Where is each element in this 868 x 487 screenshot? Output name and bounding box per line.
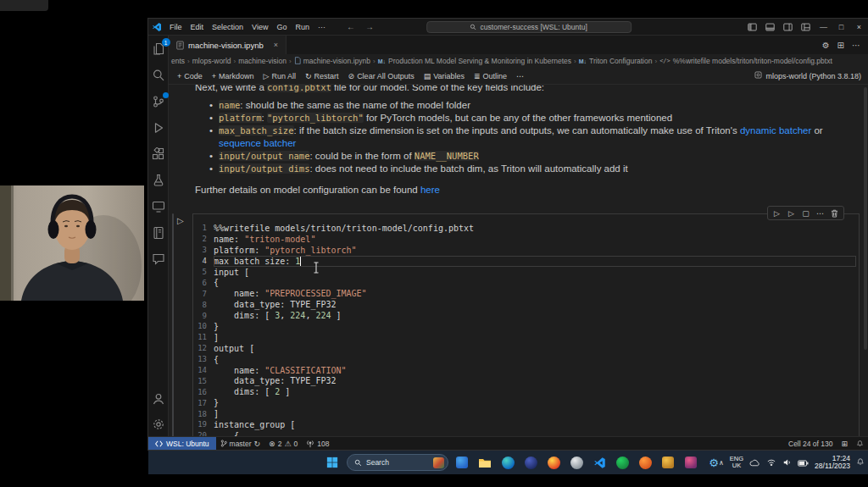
taskbar-spotify-icon[interactable] (613, 453, 632, 472)
notebook-settings-gear-icon[interactable]: ⚙ (822, 41, 830, 50)
warning-count: 0 (293, 440, 298, 448)
code-text: data_type: TYPE_FP32 (214, 300, 337, 309)
battery-icon[interactable] (798, 455, 809, 470)
menu-go[interactable]: Go (272, 21, 291, 33)
clock[interactable]: 17:24 28/11/2023 (815, 455, 850, 471)
layout-indicator-icon[interactable]: ⊞ (837, 440, 852, 448)
taskbar-firefox-icon[interactable] (544, 453, 563, 472)
activitybar-account-icon[interactable] (151, 391, 166, 407)
line-number: 10 (193, 322, 214, 330)
md-link[interactable]: dynamic batcher (740, 125, 811, 136)
taskbar-task-view-icon[interactable] (453, 453, 471, 472)
cell-editor[interactable]: 1%%writefile models/triton/triton-model/… (192, 213, 860, 436)
activitybar-source-control-icon[interactable] (151, 94, 166, 109)
taskbar-edge-icon[interactable] (498, 453, 517, 472)
taskbar-notifications-bell-icon[interactable] (856, 455, 865, 470)
maximize-button[interactable]: □ (832, 19, 850, 36)
breadcrumb-item[interactable]: ents (171, 57, 185, 65)
cell-position-indicator[interactable]: Cell 24 of 130 (784, 440, 837, 448)
branch-item[interactable]: master ↻ (216, 440, 265, 448)
run-all-button[interactable]: ▷Run All (264, 72, 296, 80)
activitybar-settings-icon[interactable] (151, 417, 166, 432)
execute-cell-and-below-icon[interactable]: ▷ (784, 207, 798, 219)
customize-layout-icon[interactable] (797, 19, 815, 36)
scrollbar-thumb[interactable] (864, 87, 867, 350)
activitybar-explorer-icon[interactable]: 1 (151, 42, 166, 57)
remote-indicator[interactable]: WSL: Ubuntu (148, 437, 216, 450)
menu-edit[interactable]: Edit (186, 21, 209, 33)
status-bar: WSL: Ubuntu master ↻ ⊗ 2 ⚠ 0 108 Cell 24… (148, 436, 868, 450)
taskbar-search-icon (354, 459, 362, 467)
start-button[interactable] (322, 452, 342, 473)
mouse-text-cursor (313, 262, 320, 277)
activitybar-notebook-icon[interactable] (151, 225, 166, 241)
add-markdown-button[interactable]: +Markdown (212, 72, 254, 80)
menu-file[interactable]: File (165, 21, 186, 33)
taskbar-app-silver-icon[interactable] (567, 453, 586, 472)
taskbar-vscode-icon[interactable] (590, 453, 609, 472)
volume-icon[interactable] (782, 455, 792, 470)
activitybar-remote-explorer-icon[interactable] (151, 199, 166, 214)
language-indicator[interactable]: ENG UK (730, 456, 743, 469)
delete-cell-icon[interactable] (827, 207, 842, 219)
problems-item[interactable]: ⊗ 2 ⚠ 0 (264, 440, 302, 448)
code-text: input [ (214, 268, 249, 277)
taskbar-app-blue-icon[interactable] (521, 453, 540, 472)
taskbar-search[interactable]: Search (347, 454, 448, 471)
windows-taskbar: Search ⚙ ∧ ENG UK 17:24 28/11/2023 (148, 451, 868, 474)
clear-all-outputs-button[interactable]: ⊘Clear All Outputs (348, 72, 415, 80)
kernel-picker[interactable]: mlops-world (Python 3.8.18) (754, 71, 861, 80)
activitybar-comments-icon[interactable] (151, 252, 166, 267)
breadcrumb-item[interactable]: machine-vision.ipynb (294, 57, 370, 66)
back-icon[interactable]: ← (347, 22, 355, 31)
run-cell-icon[interactable]: ▷ (177, 216, 184, 225)
command-center-search[interactable]: customer-success [WSL: Ubuntu] (426, 21, 632, 33)
tab-machine-vision[interactable]: machine-vision.ipynb × (169, 36, 287, 54)
taskbar-app-amber-icon[interactable] (659, 453, 677, 472)
broadcast-item[interactable]: 108 (302, 440, 333, 448)
breadcrumb-item[interactable]: mlops-world (192, 57, 231, 65)
variables-button[interactable]: ▤Variables (424, 72, 465, 80)
menu-bar: FileEditSelectionViewGoRun··· (165, 21, 330, 33)
notifications-bell-icon[interactable] (852, 440, 868, 448)
breadcrumb-separator-icon: › (234, 58, 236, 65)
toggle-secondary-sidebar-icon[interactable] (779, 19, 797, 36)
minimize-button[interactable]: — (815, 19, 832, 36)
line-number: 6 (193, 279, 214, 287)
breadcrumb-item[interactable]: </>%%writefile models/triton/triton-mode… (659, 57, 832, 65)
wifi-icon[interactable] (766, 455, 776, 470)
more-actions-icon[interactable]: ⋯ (813, 207, 827, 219)
breadcrumb-item[interactable]: machine-vision (238, 57, 287, 65)
menu-more[interactable]: ··· (314, 21, 330, 33)
restart-button[interactable]: ↻Restart (305, 72, 339, 80)
add-code-button[interactable]: +Code (177, 72, 203, 80)
hidden-icons-chevron[interactable]: ∧ (719, 459, 724, 467)
breadcrumb-item[interactable]: M↓Triton Configuration (579, 57, 653, 65)
activitybar-extensions-icon[interactable] (151, 147, 166, 162)
inline-code: input/output name (219, 151, 309, 161)
more-actions-button[interactable]: ⋯ (516, 72, 524, 80)
forward-icon[interactable]: → (365, 22, 374, 31)
taskbar-app-orange-icon[interactable] (636, 453, 654, 472)
activitybar-testing-icon[interactable] (151, 173, 166, 188)
editor-more-actions-icon[interactable]: ⋯ (852, 41, 860, 50)
activitybar-search-icon[interactable] (151, 68, 166, 83)
toggle-sidebar-icon[interactable] (743, 19, 761, 36)
breadcrumb-item[interactable]: M↓Production ML Model Serving & Monitori… (378, 57, 571, 65)
taskbar-app-pink-icon[interactable] (682, 453, 700, 472)
menu-run[interactable]: Run (291, 21, 314, 33)
toggle-panel-icon[interactable] (761, 19, 779, 36)
close-button[interactable]: × (850, 19, 868, 36)
menu-selection[interactable]: Selection (208, 21, 248, 33)
taskbar-file-explorer-icon[interactable] (476, 453, 494, 472)
tab-close-icon[interactable]: × (274, 41, 278, 49)
split-editor-icon[interactable]: ⊞ (837, 41, 844, 50)
onedrive-icon[interactable] (749, 455, 760, 470)
menu-view[interactable]: View (248, 21, 272, 33)
split-cell-icon[interactable]: ▢ (798, 207, 813, 219)
md-link[interactable]: here (420, 185, 440, 195)
outline-button[interactable]: ≣Outline (474, 72, 507, 80)
activitybar-run-and-debug-icon[interactable] (151, 120, 166, 136)
run-by-line-icon[interactable]: ▷ (770, 207, 784, 219)
md-link[interactable]: sequence batcher (219, 138, 296, 148)
